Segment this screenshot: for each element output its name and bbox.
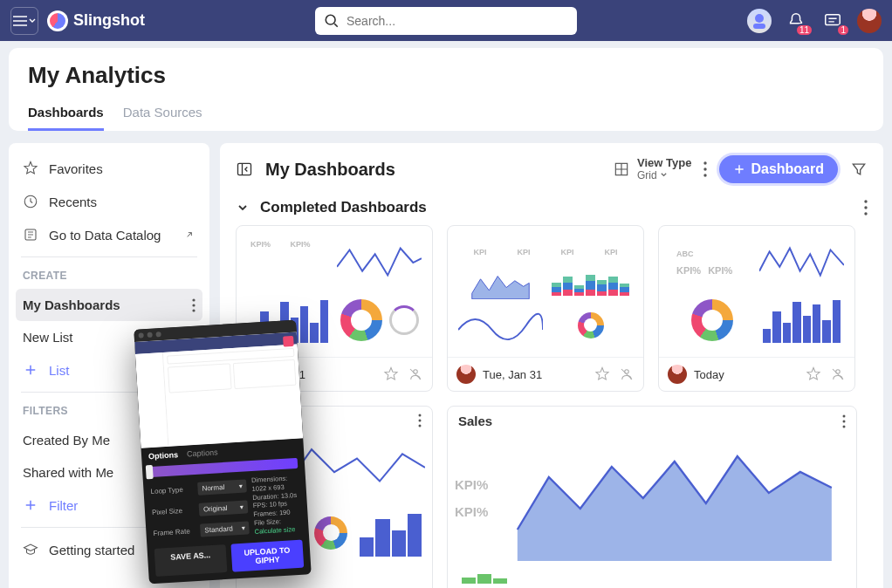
svg-point-29 [843, 425, 846, 427]
hamburger-icon [13, 16, 27, 26]
global-search[interactable] [315, 7, 577, 35]
donut-chart-icon [340, 299, 382, 341]
recorder-tab-options[interactable]: Options [148, 450, 179, 461]
more-icon [842, 414, 846, 428]
abc-label: ABC [676, 250, 694, 258]
kpi-badge: KPI [560, 248, 573, 256]
view-type-selector[interactable]: View Type Grid [613, 157, 691, 181]
share-icon[interactable] [408, 366, 423, 382]
label-frame-rate: Frame Rate [153, 527, 195, 537]
sidebar-favorites[interactable]: Favorites [9, 152, 209, 185]
select-pixel-size[interactable]: Original▾ [199, 500, 249, 516]
line-chart-icon [337, 236, 422, 289]
external-icon [183, 229, 196, 241]
save-as-button[interactable]: SAVE AS... [154, 544, 228, 577]
area-chart-icon [458, 270, 543, 299]
kpi-badge: KPI% [250, 240, 289, 285]
main-title: My Dashboards [265, 160, 395, 180]
select-loop-type[interactable]: Normal▾ [197, 479, 247, 495]
line-chart-icon [759, 236, 844, 289]
page-title: My Analytics [28, 62, 864, 89]
kpi-badge: KPI% [455, 504, 488, 519]
share-icon[interactable] [619, 366, 635, 382]
section-more-menu[interactable] [864, 200, 868, 215]
share-icon[interactable] [830, 366, 846, 382]
bar-chart-icon [759, 294, 844, 346]
star-icon[interactable] [383, 366, 399, 382]
messages-button[interactable]: 1 [820, 9, 845, 33]
clock-icon [23, 194, 38, 209]
close-icon[interactable] [283, 336, 294, 347]
sidebar-item-label: New List [23, 330, 73, 345]
view-type-value: Grid [637, 169, 657, 181]
sidebar-create-head: CREATE [9, 263, 209, 289]
sidebar-item-label: Recents [49, 195, 97, 209]
svg-point-13 [704, 174, 707, 176]
area-chart-icon [500, 435, 849, 561]
svg-point-15 [864, 206, 867, 209]
main-content: My Dashboards View Type Grid Dashboard [220, 143, 883, 588]
menu-toggle[interactable] [10, 7, 38, 35]
bar-chart-icon [356, 506, 425, 560]
donut-chart-icon [314, 516, 347, 550]
plus-icon [733, 163, 745, 175]
collapse-sidebar-icon[interactable] [236, 161, 253, 178]
spline-chart-icon [458, 304, 543, 347]
sidebar-item-label: Created By Me [23, 433, 110, 448]
brand[interactable]: Slingshot [47, 10, 145, 31]
kpi-badge: KPI% [291, 240, 329, 285]
dashboard-card-sales[interactable]: Sales KPI% KPI% [447, 406, 857, 588]
svg-rect-3 [826, 14, 841, 24]
sidebar-my-dashboards[interactable]: My Dashboards [16, 289, 202, 321]
select-frame-rate[interactable]: Standard▾ [200, 521, 250, 537]
sidebar-item-label: Go to Data Catalog [49, 228, 161, 243]
grad-cap-icon [23, 542, 38, 557]
upload-to-giphy-button[interactable]: UPLOAD TO GIPHY [230, 540, 304, 572]
new-dashboard-button[interactable]: Dashboard [719, 155, 838, 183]
dashboard-card[interactable]: ABC KPI%KPI% Today [658, 225, 855, 392]
dashboard-card[interactable]: KPIKPIKPIKPI Tue, Jan 31 [447, 225, 644, 392]
filter-icon[interactable] [850, 161, 868, 178]
kpi-badge: KPI [517, 248, 530, 256]
svg-point-6 [192, 298, 195, 301]
sidebar-data-catalog[interactable]: Go to Data Catalog [9, 218, 209, 251]
view-type-label: View Type [637, 157, 691, 169]
svg-rect-2 [753, 24, 765, 29]
owner-avatar [668, 365, 687, 384]
sidebar-item-label: My Dashboards [23, 297, 120, 312]
kpi-badge: KPI% [708, 265, 732, 276]
svg-point-7 [192, 304, 195, 306]
more-icon [864, 200, 868, 215]
svg-point-8 [192, 309, 195, 311]
card-menu[interactable] [418, 414, 422, 427]
card-menu[interactable] [842, 414, 846, 428]
tab-data-sources[interactable]: Data Sources [123, 105, 202, 131]
svg-point-14 [864, 200, 867, 202]
star-icon [23, 161, 38, 176]
sidebar-item-menu[interactable] [192, 298, 196, 312]
gif-recorder-window[interactable]: Options Captions Loop Type Normal▾ Dimen… [134, 320, 311, 585]
sidebar-item-label: Shared with Me [23, 465, 113, 480]
svg-point-0 [326, 15, 335, 24]
svg-point-28 [843, 420, 846, 422]
notifications-button[interactable]: 11 [784, 9, 808, 33]
assistant-avatar[interactable] [747, 9, 772, 33]
svg-point-1 [755, 14, 764, 23]
kpi-badge: KPI% [676, 265, 701, 276]
sidebar-recents[interactable]: Recents [9, 185, 209, 218]
main-more-menu[interactable] [703, 161, 707, 177]
more-icon [418, 414, 422, 427]
label-loop-type: Loop Type [150, 485, 192, 496]
button-label: Dashboard [751, 161, 824, 177]
user-avatar[interactable] [857, 9, 882, 33]
sidebar-item-label: Favorites [49, 161, 103, 176]
sidebar-item-label: Filter [49, 498, 78, 513]
recorder-tab-captions[interactable]: Captions [187, 448, 218, 458]
star-icon[interactable] [806, 366, 821, 382]
tab-dashboards[interactable]: Dashboards [28, 105, 104, 131]
label-pixel-size: Pixel Size [152, 506, 194, 516]
star-icon[interactable] [594, 366, 610, 382]
chevron-down-icon[interactable] [236, 201, 250, 215]
search-input[interactable] [347, 14, 568, 28]
svg-point-21 [419, 420, 422, 422]
